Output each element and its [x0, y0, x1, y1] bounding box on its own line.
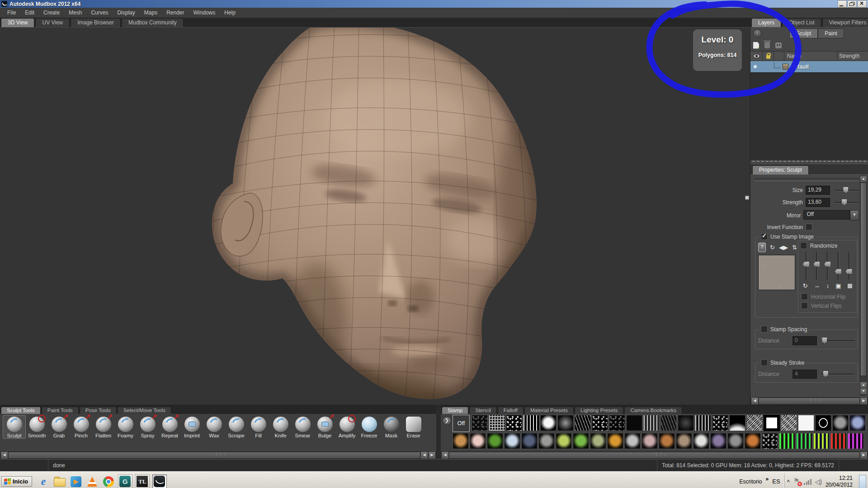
steady-distance-field[interactable]: 4	[793, 370, 817, 379]
visibility-icon[interactable]	[753, 54, 760, 58]
tool-tab-sculpt-tools[interactable]: Sculpt Tools	[1, 407, 41, 414]
stamp-hflip-icon[interactable]: ◀▶	[779, 244, 788, 251]
tool-bulge[interactable]: ↗Bulge	[314, 415, 336, 438]
strength-column-header[interactable]: Strength	[837, 52, 868, 61]
view-tab-image-browser[interactable]: Image Browser	[71, 18, 121, 27]
horizontal-flip-checkbox[interactable]	[801, 293, 808, 300]
steady-distance-slider[interactable]	[821, 371, 855, 377]
tool-spray[interactable]: ↗Spray	[137, 415, 159, 438]
randomize-slider[interactable]	[803, 252, 809, 280]
stamp-thumbnail[interactable]	[590, 433, 606, 449]
stamp-browse-button[interactable]: ?	[758, 243, 766, 252]
tool-imprint[interactable]: Imprint	[181, 415, 203, 438]
vertical-flips-checkbox[interactable]	[801, 302, 808, 309]
random-scale-icon[interactable]: ▣	[835, 282, 841, 289]
stamp-tray-expand-icon[interactable]: ❯	[443, 417, 451, 425]
stamp-thumbnail[interactable]	[660, 415, 677, 431]
name-column-header[interactable]: Name	[784, 52, 837, 61]
language-indicator[interactable]: ES	[772, 478, 780, 485]
panel-tab-object-list[interactable]: Object List	[782, 18, 821, 27]
tool-knife[interactable]: Knife	[269, 415, 292, 438]
stamp-thumbnail[interactable]	[659, 433, 675, 449]
menu-file[interactable]: File	[3, 9, 20, 17]
use-stamp-image-checkbox[interactable]	[761, 233, 768, 240]
delete-layer-icon[interactable]	[764, 42, 770, 48]
stamp-thumbnail[interactable]	[796, 433, 812, 449]
stamp-thumbnail[interactable]	[762, 433, 778, 449]
stamp-thumbnail[interactable]	[624, 433, 641, 449]
strength-slider[interactable]	[835, 199, 859, 206]
stamp-thumbnail[interactable]	[848, 433, 864, 449]
stamp-thumbnail[interactable]	[779, 433, 795, 449]
stamp-tab-lighting-presets[interactable]: Lighting Presets	[575, 407, 623, 414]
stamp-thumbnail[interactable]	[678, 415, 694, 431]
taskbar-internet-explorer-icon[interactable]: e	[37, 475, 50, 488]
stamp-thumbnail[interactable]	[470, 433, 486, 449]
stamp-thumbnail[interactable]	[798, 415, 814, 431]
stamp-tab-material-presets[interactable]: Material Presets	[524, 407, 574, 414]
tool-amplify[interactable]: Amplify	[336, 415, 358, 438]
menu-help[interactable]: Help	[220, 9, 240, 17]
random-hscale-icon[interactable]: ↔	[814, 282, 820, 289]
desktop-toolbar-label[interactable]: Escritorio	[740, 479, 762, 485]
stamp-thumbnail[interactable]	[849, 415, 866, 431]
stamp-thumbnail[interactable]	[453, 433, 469, 449]
stamp-thumbnail[interactable]	[815, 415, 831, 431]
tool-tab-select-move-tools[interactable]: Select/Move Tools	[118, 407, 171, 414]
scroll-up-icon[interactable]: ▲	[860, 176, 867, 183]
menu-windows[interactable]: Windows	[189, 9, 220, 17]
panel-horizontal-scrollbar[interactable]: ◀ ▶	[750, 397, 868, 405]
stamp-thumbnail[interactable]	[746, 415, 763, 431]
tray-expand-icon[interactable]: ^	[787, 479, 790, 484]
show-desktop-button[interactable]	[859, 475, 866, 488]
menu-curves[interactable]: Curves	[86, 9, 113, 17]
stamp-thumbnail[interactable]	[832, 415, 849, 431]
tool-flatten[interactable]: ↗Flatten	[92, 415, 114, 438]
lock-icon[interactable]	[766, 55, 770, 59]
stamp-thumbnail[interactable]	[609, 415, 625, 431]
tool-foamy[interactable]: Foamy	[114, 415, 137, 438]
stamp-tray-scrollbar[interactable]: ◀ ▶	[441, 451, 868, 459]
layer-mask-icon[interactable]	[775, 42, 782, 48]
menu-maps[interactable]: Maps	[140, 9, 162, 17]
stamp-thumbnail[interactable]	[745, 433, 761, 449]
randomize-checkbox[interactable]	[800, 242, 807, 249]
menu-edit[interactable]: Edit	[20, 9, 39, 17]
randomize-slider[interactable]	[813, 252, 820, 280]
invert-function-checkbox[interactable]	[806, 224, 812, 230]
stamp-thumbnail[interactable]	[676, 433, 692, 449]
tool-tray-scrollbar[interactable]: ◀ ◀ ▶	[0, 451, 436, 459]
tool-smear[interactable]: Smear	[292, 415, 314, 438]
stamp-thumbnail[interactable]	[710, 433, 726, 449]
tool-freeze[interactable]: Freeze	[358, 415, 380, 438]
properties-tab[interactable]: Properties: Sculpt	[752, 165, 809, 174]
tool-fill[interactable]: Fill	[247, 415, 269, 438]
stamp-thumbnail[interactable]	[781, 415, 797, 431]
action-center-flag-icon[interactable]	[793, 478, 800, 485]
tool-erase[interactable]: Erase	[402, 415, 425, 438]
menu-display[interactable]: Display	[113, 9, 139, 17]
stamp-thumbnail[interactable]	[487, 433, 503, 449]
stamp-thumbnail[interactable]	[643, 415, 660, 431]
tray-splitter[interactable]	[436, 405, 441, 459]
taskbar-tl-app-icon[interactable]: TL	[135, 474, 150, 488]
scroll-left-icon[interactable]: ◀	[441, 452, 449, 459]
stamp-thumbnail[interactable]	[626, 415, 642, 431]
scroll-left-icon[interactable]: ◀	[751, 398, 759, 404]
stamp-preview-image[interactable]	[758, 255, 795, 290]
layers-mode-paint[interactable]: Paint	[818, 28, 844, 38]
random-vscale-icon[interactable]: ↕	[826, 282, 830, 289]
random-rotate-icon[interactable]: ↻	[803, 282, 808, 289]
tool-pinch[interactable]: ↗Pinch	[70, 415, 92, 438]
stamp-rotate-icon[interactable]: ↻	[770, 244, 775, 251]
mirror-dropdown-arrow-icon[interactable]: ▼	[850, 210, 859, 221]
taskbar-g-app-icon[interactable]: G	[118, 474, 132, 488]
taskbar-windows-explorer-icon[interactable]	[53, 475, 66, 488]
size-slider[interactable]	[835, 187, 859, 193]
strength-field[interactable]: 13,60	[806, 198, 830, 207]
stamp-thumbnail[interactable]	[729, 415, 745, 431]
stamp-thumbnail[interactable]	[504, 433, 520, 449]
stamp-tab-stamp[interactable]: Stamp	[442, 407, 468, 414]
tool-grab[interactable]: ↗Grab	[48, 415, 70, 438]
stamp-thumbnail[interactable]	[575, 415, 591, 431]
